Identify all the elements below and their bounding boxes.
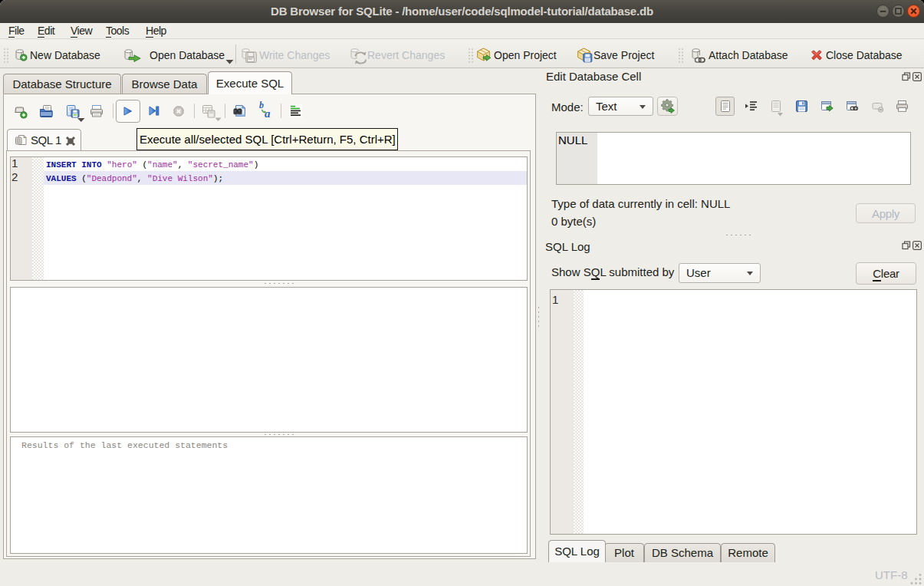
svg-text:a: a	[265, 107, 271, 120]
svg-text:b: b	[259, 100, 264, 110]
